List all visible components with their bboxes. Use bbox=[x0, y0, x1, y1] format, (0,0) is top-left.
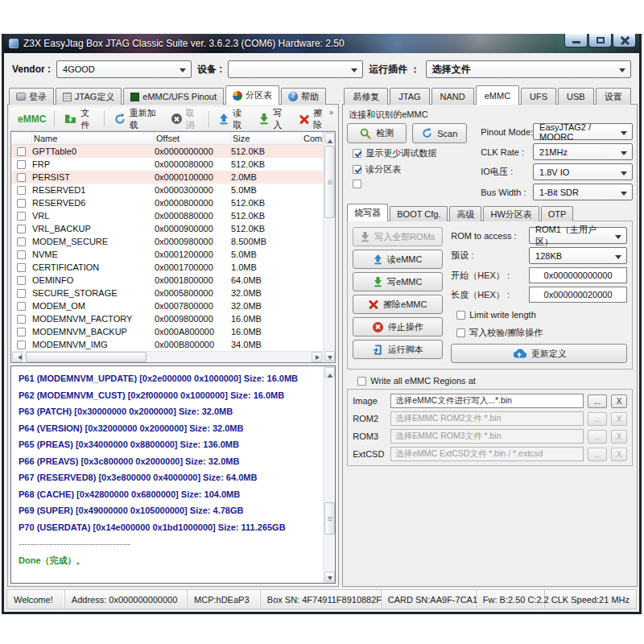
col-offset[interactable]: Offset bbox=[155, 132, 231, 144]
row-checkbox[interactable] bbox=[17, 328, 26, 336]
row-checkbox[interactable] bbox=[17, 199, 26, 208]
tab-login[interactable]: 登录 bbox=[9, 88, 54, 105]
stop-operation-button[interactable]: 停止操作 bbox=[353, 317, 443, 336]
verify-checkbox[interactable] bbox=[456, 328, 465, 337]
subtab-burner[interactable]: 烧写器 bbox=[347, 204, 388, 221]
scroll-up-button[interactable] bbox=[324, 367, 335, 378]
table-row[interactable]: SECURE_STORAGE0x000580000032.0MB bbox=[11, 287, 323, 299]
erase-button[interactable]: 擦除 bbox=[294, 105, 332, 134]
read-button[interactable]: 读取 bbox=[213, 105, 252, 134]
table-row[interactable]: GPTTable00x0000000000512.0KB bbox=[11, 145, 323, 158]
col-name[interactable]: Name bbox=[32, 132, 155, 144]
row-checkbox[interactable] bbox=[17, 186, 26, 195]
table-row[interactable]: MODEMNVM_FACTORY0x000980000016.0MB bbox=[11, 312, 323, 325]
row-checkbox[interactable] bbox=[17, 212, 26, 221]
erase-emmc-button[interactable]: 擦除eMMC bbox=[353, 295, 443, 314]
unlabeled-checkbox[interactable] bbox=[353, 180, 361, 188]
write-emmc-button[interactable]: 写eMMC bbox=[353, 272, 443, 291]
table-row[interactable]: OEMINFO0x000180000064.0MB bbox=[11, 274, 323, 287]
tab-nand[interactable]: NAND bbox=[431, 88, 474, 105]
row-checkbox[interactable] bbox=[17, 160, 26, 169]
tab-help[interactable]: 帮助 bbox=[281, 88, 326, 105]
write-all-regions-checkbox[interactable] bbox=[357, 377, 366, 386]
subtab-otp[interactable]: OTP bbox=[541, 206, 574, 221]
table-vertical-scrollbar[interactable] bbox=[323, 132, 335, 362]
row-checkbox[interactable] bbox=[17, 263, 26, 272]
unlabeled-checkbox-row[interactable] bbox=[347, 180, 476, 188]
scroll-up-button[interactable] bbox=[324, 133, 335, 143]
device-select[interactable] bbox=[228, 60, 363, 78]
tab-jtag[interactable]: JTAG bbox=[390, 88, 429, 105]
rom-access-select[interactable]: ROM1（主用户区） bbox=[529, 227, 627, 244]
table-row[interactable]: VRL_BACKUP0x0000900000512.0KB bbox=[11, 222, 323, 235]
table-row[interactable]: MODEM_SECURE0x00009800008.500MB bbox=[11, 235, 323, 248]
vendor-select[interactable]: 4GOOD bbox=[56, 60, 192, 78]
bus-width-select[interactable]: 1-Bit SDR bbox=[533, 184, 633, 200]
table-row[interactable]: CERTIFICATION0x00017000001.0MB bbox=[11, 261, 323, 274]
row-checkbox[interactable] bbox=[17, 147, 26, 156]
image-browse-button[interactable]: ... bbox=[588, 394, 607, 408]
tab-usb[interactable]: USB bbox=[558, 88, 594, 105]
start-hex-input[interactable]: 0x000000000000 bbox=[529, 267, 627, 283]
write-all-regions-checkbox-row[interactable]: Write all eMMC Regions at bbox=[352, 376, 633, 386]
tab-settings[interactable]: 设置 bbox=[596, 88, 631, 105]
image-file-input[interactable]: 选择eMMC文件进行写入...*.bin bbox=[390, 394, 584, 408]
maximize-button[interactable] bbox=[588, 34, 612, 47]
table-row[interactable]: NVME0x00012000005.0MB bbox=[11, 248, 323, 261]
scrollbar-thumb[interactable] bbox=[324, 502, 335, 535]
scrollbar-thumb[interactable] bbox=[324, 146, 335, 218]
col-size[interactable]: Size bbox=[231, 132, 302, 144]
log-vertical-scrollbar[interactable] bbox=[323, 366, 335, 583]
update-definitions-button[interactable]: 更新定义 bbox=[451, 344, 627, 363]
length-hex-input[interactable]: 0x000000020000 bbox=[529, 287, 627, 303]
read-emmc-button[interactable]: 读eMMC bbox=[353, 250, 443, 269]
limit-write-checkbox[interactable] bbox=[456, 311, 465, 320]
plugin-select[interactable]: 选择文件 bbox=[426, 60, 631, 78]
table-row[interactable]: RESERVED10x00003000005.0MB bbox=[11, 184, 323, 196]
detect-button[interactable]: 检测 bbox=[347, 123, 407, 143]
scrollbar-thumb[interactable] bbox=[26, 352, 147, 362]
row-checkbox[interactable] bbox=[17, 250, 26, 259]
table-row[interactable]: MODEMNVM_IMG0x000B80000034.0MB bbox=[11, 338, 323, 351]
io-voltage-select[interactable]: 1.8V IO bbox=[533, 163, 633, 180]
row-checkbox[interactable] bbox=[17, 225, 26, 233]
preset-select[interactable]: 128KB bbox=[529, 247, 627, 264]
subtab-boot-cfg[interactable]: BOOT Cfg. bbox=[390, 206, 448, 221]
read-partition-checkbox-row[interactable]: 读分区表 bbox=[347, 163, 476, 175]
tab-partition-table[interactable]: 分区表 bbox=[225, 85, 279, 105]
table-row[interactable]: MODEM_OM0x000780000032.0MB bbox=[11, 299, 323, 312]
table-row[interactable]: MODEMNVM_BACKUP0x000A80000016.0MB bbox=[11, 325, 323, 338]
write-button[interactable]: 写入 bbox=[254, 105, 292, 134]
image-clear-button[interactable]: X bbox=[611, 394, 627, 408]
tab-ufs[interactable]: UFS bbox=[521, 88, 556, 105]
row-checkbox[interactable] bbox=[17, 289, 26, 298]
row-checkbox[interactable] bbox=[17, 341, 26, 349]
table-row[interactable]: PERSIST0x00001000002.0MB bbox=[11, 171, 323, 184]
col-comment[interactable]: Com bbox=[302, 132, 323, 144]
scroll-down-button[interactable] bbox=[324, 351, 335, 361]
row-checkbox[interactable] bbox=[17, 237, 26, 246]
table-row[interactable]: RESERVED60x0000800000512.0KB bbox=[11, 196, 323, 209]
file-button[interactable]: 文件 bbox=[59, 105, 100, 134]
verify-checkbox-row[interactable]: 写入校验/擦除操作 bbox=[451, 327, 627, 339]
row-checkbox[interactable] bbox=[17, 173, 26, 182]
row-checkbox[interactable] bbox=[17, 302, 26, 311]
tab-emmc[interactable]: eMMC bbox=[476, 85, 519, 105]
scroll-right-button[interactable] bbox=[312, 352, 322, 362]
log-panel[interactable]: P61 (MODEMNVM_UPDATE) [0x2e000000 0x1000… bbox=[10, 365, 336, 584]
tab-easy-repair[interactable]: 易修复 bbox=[344, 88, 388, 105]
scan-button[interactable]: Scan bbox=[412, 123, 467, 143]
run-script-button[interactable]: 运行脚本 bbox=[353, 340, 443, 359]
table-row[interactable]: VRL0x0000880000512.0KB bbox=[11, 209, 323, 222]
tab-jtag-define[interactable]: JTAG定义 bbox=[56, 88, 122, 105]
tab-emmc-ufs-pinout[interactable]: eMMC/UFS Pinout bbox=[123, 88, 224, 105]
scroll-down-button[interactable] bbox=[324, 572, 335, 582]
subtab-advanced[interactable]: 高级 bbox=[449, 206, 481, 221]
close-button[interactable] bbox=[613, 34, 636, 47]
row-checkbox[interactable] bbox=[17, 315, 26, 324]
scroll-left-button[interactable] bbox=[12, 352, 23, 362]
limit-write-checkbox-row[interactable]: Limit write length bbox=[451, 310, 627, 320]
pinout-mode-select[interactable]: EasyJTAG2 / MOORC bbox=[533, 123, 633, 140]
toolbar-overflow-chevron[interactable]: » bbox=[329, 108, 334, 117]
read-partition-checkbox[interactable] bbox=[353, 165, 361, 174]
